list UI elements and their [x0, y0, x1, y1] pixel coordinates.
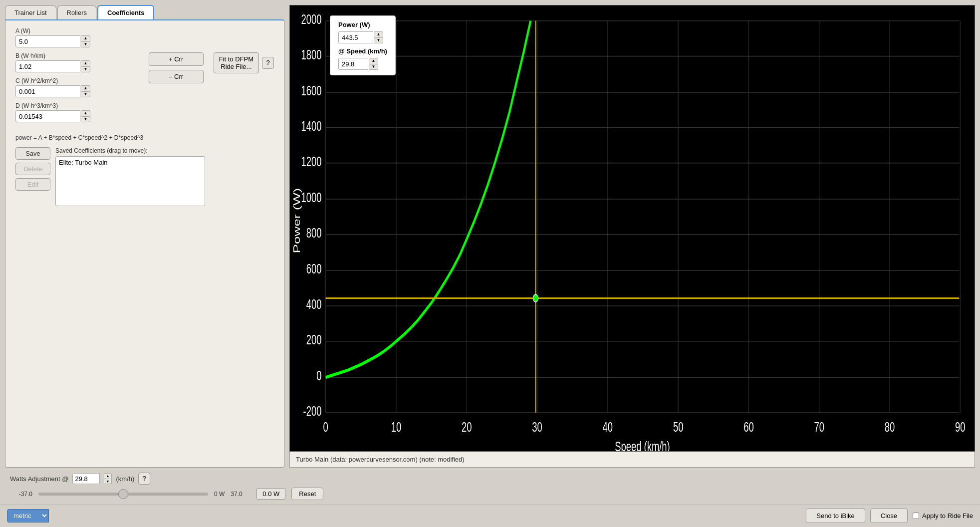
field-c-spinner[interactable]: ▲ ▼: [81, 85, 90, 97]
saved-label: Saved Coefficients (drag to move):: [55, 147, 274, 154]
power-down[interactable]: ▼: [374, 38, 383, 43]
watts-speed-input[interactable]: [72, 473, 100, 484]
list-item[interactable]: Elite: Turbo Main: [59, 159, 202, 166]
field-a-up[interactable]: ▲: [81, 36, 90, 42]
svg-text:40: 40: [603, 420, 613, 435]
saved-list-section: Saved Coefficients (drag to move): Elite…: [55, 147, 274, 206]
footer: metric imperial Send to iBike Close Appl…: [0, 504, 980, 527]
slider-min: -37.0: [10, 491, 32, 498]
delete-button[interactable]: Delete: [15, 163, 50, 175]
watts-speed-spinner[interactable]: ▲ ▼: [104, 473, 112, 484]
svg-text:80: 80: [885, 420, 895, 435]
svg-text:Power (W): Power (W): [292, 188, 302, 254]
plus-crr-button[interactable]: + Crr: [149, 52, 204, 66]
apply-ride-file-label: Apply to Ride File: [922, 512, 973, 520]
close-button[interactable]: Close: [870, 509, 908, 523]
slider-max: 37.0: [231, 491, 250, 498]
watts-row: Watts Adjustment @ ▲ ▼ (km/h) ?: [5, 473, 975, 485]
chart-container[interactable]: 2000 1800 1600 1400 1200 1000 800 600 40…: [289, 5, 975, 452]
svg-text:0: 0: [316, 368, 321, 384]
field-b-up[interactable]: ▲: [81, 61, 90, 67]
edit-button[interactable]: Edit: [15, 178, 50, 191]
field-d-input[interactable]: [15, 110, 80, 122]
fit-help-button[interactable]: ?: [262, 57, 274, 69]
svg-text:30: 30: [532, 420, 542, 435]
metric-select-input[interactable]: metric imperial: [7, 509, 49, 523]
power-value-input[interactable]: [338, 31, 373, 43]
svg-text:Speed (km/h): Speed (km/h): [615, 439, 670, 451]
svg-text:50: 50: [673, 420, 683, 435]
power-value-spinner[interactable]: ▲ ▼: [374, 31, 383, 43]
field-c-input[interactable]: [15, 85, 80, 97]
field-b-spinner[interactable]: ▲ ▼: [81, 60, 90, 72]
watts-help-button[interactable]: ?: [138, 473, 150, 485]
watts-speed-up[interactable]: ▲: [104, 474, 111, 479]
field-c-down[interactable]: ▼: [81, 92, 90, 97]
speed-down[interactable]: ▼: [369, 64, 378, 70]
field-d: D (W h^3/km^3) ▲ ▼: [15, 102, 139, 122]
svg-text:1400: 1400: [301, 118, 322, 134]
saved-coefficients-list[interactable]: Elite: Turbo Main: [55, 156, 205, 206]
watts-speed-down[interactable]: ▼: [104, 479, 111, 484]
svg-text:200: 200: [306, 332, 322, 347]
coefficients-panel: A (W) ▲ ▼ B (W h/km): [5, 19, 284, 468]
watts-slider[interactable]: [38, 493, 208, 496]
slider-mid: 0 W: [214, 491, 225, 498]
save-button[interactable]: Save: [15, 147, 50, 160]
svg-text:400: 400: [306, 296, 322, 312]
send-to-ibike-button[interactable]: Send to iBike: [806, 509, 865, 523]
svg-text:20: 20: [462, 420, 472, 435]
field-a: A (W) ▲ ▼: [15, 27, 139, 47]
chart-note: Turbo Main (data: powercurvesensor.com) …: [289, 452, 975, 468]
svg-text:2000: 2000: [301, 11, 322, 27]
field-a-down[interactable]: ▼: [81, 42, 90, 47]
svg-text:1000: 1000: [301, 190, 322, 205]
svg-text:1200: 1200: [301, 154, 322, 169]
tab-coefficients[interactable]: Coefficients: [97, 5, 154, 19]
field-c-up[interactable]: ▲: [81, 86, 90, 92]
field-d-down[interactable]: ▼: [81, 117, 90, 122]
field-a-input[interactable]: [15, 35, 80, 47]
field-b: B (W h/km) ▲ ▼: [15, 52, 139, 72]
fit-to-dfpm-button[interactable]: Fit to DFPM Ride File...: [214, 52, 259, 73]
svg-text:70: 70: [814, 420, 824, 435]
speed-at-label: @ Speed (km/h): [338, 47, 387, 55]
apply-ride-file-checkbox[interactable]: [913, 513, 919, 519]
svg-text:10: 10: [391, 420, 401, 435]
footer-left: metric imperial: [7, 509, 49, 523]
field-b-down[interactable]: ▼: [81, 67, 90, 72]
svg-text:1600: 1600: [301, 83, 322, 98]
power-up[interactable]: ▲: [374, 32, 383, 38]
saved-action-buttons: Save Delete Edit: [15, 147, 50, 206]
watts-adjustment-label: Watts Adjustment @: [10, 475, 68, 483]
slider-row: -37.0 0 W 37.0 0.0 W Reset: [5, 488, 975, 504]
right-panel: 2000 1800 1600 1400 1200 1000 800 600 40…: [289, 5, 975, 468]
saved-section: Save Delete Edit Saved Coefficients (dra…: [15, 147, 274, 206]
footer-right: Send to iBike Close Apply to Ride File: [806, 509, 973, 523]
speed-value-spinner[interactable]: ▲ ▼: [369, 58, 378, 70]
field-a-spinner[interactable]: ▲ ▼: [81, 35, 90, 47]
metric-selector[interactable]: metric imperial: [7, 509, 49, 523]
svg-text:-200: -200: [303, 403, 322, 419]
field-d-spinner[interactable]: ▲ ▼: [81, 110, 90, 122]
minus-crr-button[interactable]: – Crr: [149, 70, 204, 83]
tab-rollers[interactable]: Rollers: [57, 5, 96, 19]
watts-value-badge: 0.0 W: [256, 488, 285, 500]
svg-text:90: 90: [955, 420, 965, 435]
watts-speed-unit: (km/h): [116, 475, 134, 483]
speed-up[interactable]: ▲: [369, 58, 378, 64]
apply-ride-file-row: Apply to Ride File: [913, 512, 973, 520]
svg-text:0: 0: [323, 420, 328, 435]
reset-button[interactable]: Reset: [291, 488, 323, 500]
field-b-input[interactable]: [15, 60, 80, 72]
field-c-label: C (W h^2/km^2): [15, 77, 139, 84]
svg-text:600: 600: [306, 262, 322, 277]
chart-info-box: Power (W) ▲ ▼ @ Speed (km/h) ▲ ▼: [330, 15, 396, 75]
field-a-label: A (W): [15, 27, 139, 34]
svg-point-49: [533, 294, 538, 302]
power-label: Power (W): [338, 21, 387, 28]
field-d-up[interactable]: ▲: [81, 111, 90, 117]
speed-value-input[interactable]: [338, 58, 368, 70]
field-b-label: B (W h/km): [15, 52, 139, 59]
tab-trainer-list[interactable]: Trainer List: [5, 5, 56, 19]
